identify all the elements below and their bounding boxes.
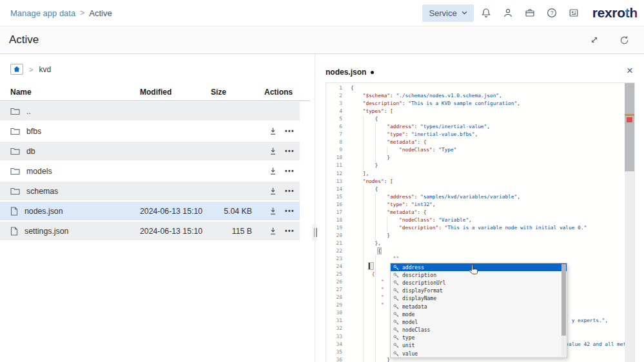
dropdown-scrollbar[interactable] xyxy=(561,264,566,357)
help-icon: ? xyxy=(546,7,558,19)
download-icon xyxy=(269,187,277,195)
home-button[interactable] xyxy=(10,64,23,75)
file-path-breadcrumb: > kvd xyxy=(10,64,51,75)
row-menu-button[interactable]: ••• xyxy=(284,167,296,176)
folder-icon xyxy=(10,107,20,115)
file-modified: 2024-06-13 15:10 xyxy=(140,227,211,236)
property-key-icon xyxy=(393,343,399,348)
line-number: 6 xyxy=(326,123,351,131)
code-line-23: "" xyxy=(351,255,625,263)
toolbox-button[interactable] xyxy=(520,3,540,23)
line-number: 22 xyxy=(326,247,351,255)
row-menu-button[interactable]: ••• xyxy=(284,127,296,136)
file-row-settings-json[interactable]: settings.json2024-06-13 15:10115 B••• xyxy=(0,222,300,240)
path-segment-kvd[interactable]: kvd xyxy=(39,65,51,74)
download-icon xyxy=(269,147,277,155)
page-title: Active xyxy=(9,33,39,46)
property-key-icon xyxy=(393,272,399,278)
breadcrumb-link[interactable]: Manage app data xyxy=(10,8,75,18)
suggestion-value[interactable]: value xyxy=(391,350,567,357)
scrollbar-thumb[interactable] xyxy=(625,83,634,171)
expand-icon xyxy=(589,35,600,45)
row-menu-button[interactable]: ••• xyxy=(284,227,296,236)
line-number: 27 xyxy=(326,286,351,294)
unsaved-indicator xyxy=(371,71,374,74)
code-line-17: "metadata": { xyxy=(351,209,625,216)
line-number: 14 xyxy=(326,186,351,193)
code-line-21: }, xyxy=(351,240,625,247)
code-line-16: "type": "int32", xyxy=(351,201,625,209)
dropdown-scrollbar-thumb[interactable] xyxy=(561,264,566,336)
download-button[interactable] xyxy=(268,146,278,157)
line-number: 7 xyxy=(326,131,351,138)
suggestion-model[interactable]: model xyxy=(391,318,567,326)
mouse-cursor xyxy=(467,263,480,278)
overview-warning-marker xyxy=(625,114,634,116)
code-line-5: { xyxy=(351,115,625,123)
suggestion-descriptionUrl[interactable]: descriptionUrl xyxy=(391,279,567,287)
suggestion-label: mode xyxy=(402,312,415,318)
code-line-13: "nodes": [ xyxy=(351,178,625,186)
line-number: 20 xyxy=(326,232,351,240)
download-button[interactable] xyxy=(268,186,278,196)
ellipsis-icon: ••• xyxy=(285,168,295,175)
folder-icon xyxy=(10,187,20,195)
suggestion-type[interactable]: type xyxy=(391,334,567,342)
line-number: 29 xyxy=(326,301,351,309)
close-editor-button[interactable]: × xyxy=(625,64,634,77)
file-row-nodes-json[interactable]: nodes.json2024-06-13 15:105.04 KB••• xyxy=(0,202,300,220)
row-menu-button[interactable]: ••• xyxy=(284,187,296,196)
overview-error-marker xyxy=(627,117,632,122)
remote-access-button[interactable] xyxy=(564,3,583,23)
suggestion-displayName[interactable]: displayName xyxy=(391,295,567,303)
line-number: 36 xyxy=(326,356,351,362)
code-line-12: ], xyxy=(351,170,625,178)
svg-text:?: ? xyxy=(550,10,553,16)
ellipsis-icon: ••• xyxy=(285,148,295,155)
file-row-models[interactable]: models••• xyxy=(0,162,300,180)
code-line-14: { xyxy=(351,186,625,193)
file-name: db xyxy=(26,147,35,156)
line-number: 4 xyxy=(326,108,351,115)
row-menu-button[interactable]: ••• xyxy=(284,207,296,216)
code-line-9: "nodeClass": "Type" xyxy=(351,146,625,154)
fullscreen-button[interactable] xyxy=(585,30,604,50)
row-menu-button[interactable]: ••• xyxy=(284,147,296,156)
line-number: 1 xyxy=(326,84,351,92)
code-line-22: { xyxy=(351,247,625,255)
line-number: 18 xyxy=(326,216,351,224)
column-header-name: Name xyxy=(10,88,140,97)
code-line-15: "address": "samples/kvd/variables/variab… xyxy=(351,193,625,201)
file-row-schemas[interactable]: schemas••• xyxy=(0,182,300,200)
file-row-db[interactable]: db••• xyxy=(0,142,300,160)
file-row-bfbs[interactable]: bfbs••• xyxy=(0,122,300,140)
download-button[interactable] xyxy=(268,166,278,176)
download-icon xyxy=(269,207,277,215)
download-button[interactable] xyxy=(268,205,278,216)
help-button[interactable]: ? xyxy=(542,3,561,23)
line-number: 30 xyxy=(326,309,351,317)
column-header-actions: Actions xyxy=(252,88,300,97)
download-button[interactable] xyxy=(268,126,278,137)
suggestion-mode[interactable]: mode xyxy=(391,310,567,318)
editor-scrollbar[interactable] xyxy=(625,83,634,362)
line-number: 11 xyxy=(326,162,351,169)
suggestion-nodeClass[interactable]: nodeClass xyxy=(391,327,567,334)
app-root: Manage app data > Active Service xyxy=(0,0,644,362)
line-number: 3 xyxy=(326,100,351,108)
suggestion-displayFormat[interactable]: displayFormat xyxy=(391,287,567,295)
refresh-button[interactable] xyxy=(614,30,634,50)
column-header-size: Size xyxy=(211,88,252,97)
chevron-down-icon xyxy=(462,11,467,15)
download-button[interactable] xyxy=(268,225,278,236)
breadcrumb: Manage app data > Active xyxy=(10,0,112,26)
user-button[interactable] xyxy=(498,3,518,23)
line-number-gutter: 1234567891011121314151617181920212223242… xyxy=(326,84,351,362)
suggestion-metadata[interactable]: metadata xyxy=(391,303,567,310)
suggestion-unit[interactable]: unit xyxy=(391,342,567,350)
property-key-icon xyxy=(393,304,399,310)
notifications-button[interactable] xyxy=(476,3,496,23)
service-menu-button[interactable]: Service xyxy=(422,5,473,22)
file-row--[interactable]: .. xyxy=(0,102,300,120)
line-number: 24 xyxy=(326,263,351,271)
